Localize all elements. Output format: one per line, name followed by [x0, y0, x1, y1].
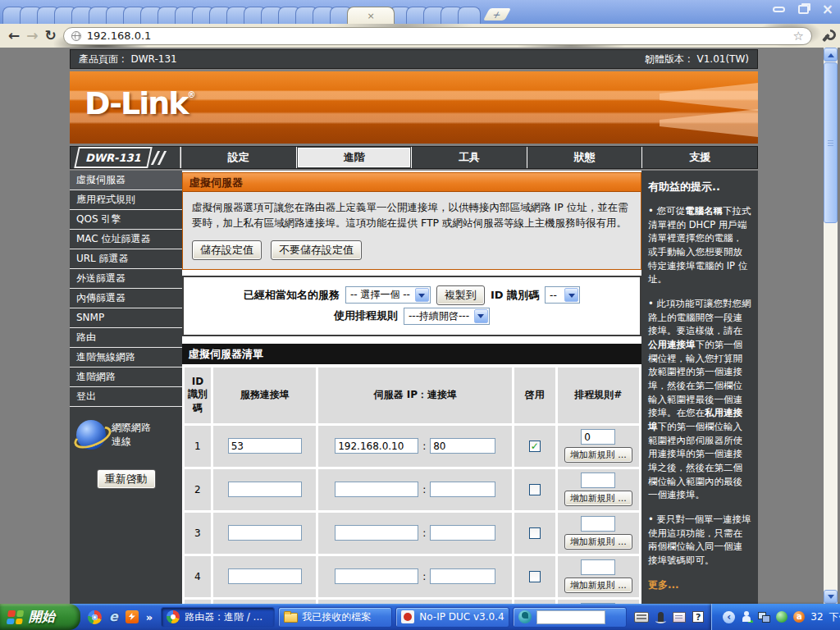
sidebar-item[interactable]: 應用程式規則: [70, 190, 182, 210]
copy-to-button[interactable]: 複製到: [436, 285, 485, 305]
service-port-input[interactable]: [228, 438, 302, 454]
enable-checkbox[interactable]: [529, 484, 541, 495]
browser-tab[interactable]: [458, 7, 481, 24]
help-icon[interactable]: ?: [692, 611, 704, 623]
server-ip-input[interactable]: [335, 482, 418, 497]
enable-checkbox[interactable]: [529, 527, 541, 539]
id-select[interactable]: --: [545, 286, 580, 304]
close-window-icon[interactable]: ×: [822, 2, 833, 16]
ie-quicklaunch-icon[interactable]: e: [109, 610, 118, 623]
taskbar-task[interactable]: 我已接收的檔案: [278, 607, 392, 628]
product-label: 產品頁面 :: [79, 53, 125, 65]
sidebar-item[interactable]: 虛擬伺服器: [70, 171, 182, 190]
server-ip-input[interactable]: [335, 568, 418, 584]
scrollbar-thumb[interactable]: [824, 62, 838, 223]
ip-port-wrap: :: [318, 438, 512, 454]
sidebar-item[interactable]: 外送篩選器: [70, 269, 182, 289]
messenger-contact-tray-icon[interactable]: [741, 611, 752, 623]
schedule-input[interactable]: [581, 516, 615, 532]
new-tab-button[interactable]: +: [483, 8, 511, 21]
forward-icon[interactable]: →: [26, 29, 38, 43]
sidebar-item[interactable]: URL 篩選器: [70, 249, 182, 269]
more-link[interactable]: 更多...: [648, 578, 751, 592]
quicklaunch-overflow-icon[interactable]: »: [146, 611, 153, 623]
nav-tab-設定[interactable]: 設定: [180, 147, 296, 168]
minimize-icon[interactable]: [773, 7, 785, 12]
known-service-form: 已經相當知名的服務 -- 選擇一個 -- 複製到 ID 識別碼 --: [182, 276, 641, 336]
msn-tray-icon[interactable]: [776, 611, 788, 623]
select-arrow-icon[interactable]: [474, 309, 488, 323]
scroll-down-icon[interactable]: [824, 590, 838, 604]
enable-checkbox[interactable]: ✓: [529, 441, 541, 452]
tab-close-icon[interactable]: ×: [367, 11, 374, 21]
server-port-input[interactable]: [430, 438, 495, 454]
row-id-cell: 1: [185, 426, 211, 467]
server-ip-input[interactable]: [335, 438, 418, 454]
active-tab[interactable]: ×: [347, 7, 395, 24]
address-bar[interactable]: 192.168.0.1 ☆: [63, 27, 812, 45]
known-service-select[interactable]: -- 選擇一個 --: [345, 286, 431, 304]
reboot-button[interactable]: 重新啓動: [97, 469, 156, 489]
reload-icon[interactable]: ↻: [45, 29, 57, 43]
scroll-up-icon[interactable]: [824, 48, 838, 62]
connection-label: 網際網路 連線: [112, 421, 151, 449]
sidebar-item[interactable]: 進階網路: [70, 368, 182, 387]
sidebar-item[interactable]: MAC 位址篩選器: [70, 230, 182, 249]
nav-tab-支援[interactable]: 支援: [641, 147, 757, 168]
writing-pad-icon[interactable]: [673, 612, 686, 623]
sidebar-item[interactable]: 路由: [70, 328, 182, 348]
chrome-quicklaunch-icon[interactable]: [88, 610, 102, 624]
model-area: DWR-131: [71, 147, 180, 168]
taskbar-task[interactable]: [513, 607, 627, 628]
nav-tab-工具[interactable]: 工具: [411, 147, 527, 168]
server-port-input[interactable]: [430, 525, 495, 541]
enable-checkbox[interactable]: [529, 571, 541, 582]
tray-chevron-icon[interactable]: ‹: [723, 611, 735, 623]
bookmark-star-icon[interactable]: ☆: [793, 29, 804, 43]
save-settings-button[interactable]: 儲存設定值: [192, 240, 262, 260]
nav-tab-狀態[interactable]: 狀態: [527, 147, 642, 168]
microphone-icon[interactable]: [658, 612, 664, 622]
select-arrow-icon[interactable]: [415, 288, 429, 302]
restore-icon[interactable]: [798, 5, 809, 14]
keyboard-icon[interactable]: [634, 612, 649, 623]
app-tray-icon[interactable]: a: [793, 611, 805, 623]
back-icon[interactable]: ←: [8, 29, 20, 43]
table-row: 3:增加新規則 ...: [185, 513, 639, 554]
sidebar-item[interactable]: SNMP: [70, 308, 182, 328]
page-scrollbar[interactable]: [824, 48, 838, 604]
network-tray-icon[interactable]: [758, 612, 770, 623]
select-arrow-icon[interactable]: [564, 288, 578, 302]
service-port-input[interactable]: [228, 482, 302, 497]
schedule-input[interactable]: [581, 429, 615, 445]
schedule-select[interactable]: ---持續開啓---: [404, 308, 490, 325]
enable-cell: [514, 556, 555, 597]
known-service-value: -- 選擇一個 --: [346, 288, 414, 302]
nav-tab-進階[interactable]: 進階: [296, 147, 412, 168]
url-text[interactable]: 192.168.0.1: [87, 30, 152, 42]
sidebar-item[interactable]: 內傳篩選器: [70, 289, 182, 308]
server-port-input[interactable]: [430, 482, 495, 497]
schedule-cell: 增加新規則 ...: [558, 469, 639, 510]
taskbar-task[interactable]: 路由器 : 進階 / ...: [161, 607, 275, 628]
hints-title: 有助益的提示..: [648, 180, 751, 194]
sidebar-item[interactable]: 登出: [70, 387, 182, 407]
service-port-input[interactable]: [228, 525, 302, 541]
server-port-input[interactable]: [430, 568, 495, 584]
service-port-input[interactable]: [228, 568, 302, 584]
wrench-menu-icon[interactable]: [819, 30, 832, 43]
start-button[interactable]: 開始: [0, 604, 80, 630]
sidebar-item[interactable]: QOS 引擎: [70, 210, 182, 230]
downloader-quicklaunch-icon[interactable]: [126, 610, 139, 623]
dont-save-settings-button[interactable]: 不要儲存設定值: [271, 240, 362, 260]
add-new-rule-button[interactable]: 增加新規則 ...: [564, 491, 632, 506]
schedule-input[interactable]: [581, 472, 615, 488]
server-ip-input[interactable]: [335, 525, 418, 541]
add-new-rule-button[interactable]: 增加新規則 ...: [564, 447, 632, 463]
schedule-input[interactable]: [581, 559, 615, 575]
sidebar-item[interactable]: 進階無線網路: [70, 348, 182, 368]
taskbar-task[interactable]: No-IP DUC v3.0.4: [395, 607, 509, 628]
add-new-rule-button[interactable]: 增加新規則 ...: [564, 534, 632, 550]
system-tray: ‹ a 32 下午 03:47: [711, 604, 840, 630]
add-new-rule-button[interactable]: 增加新規則 ...: [564, 578, 632, 593]
